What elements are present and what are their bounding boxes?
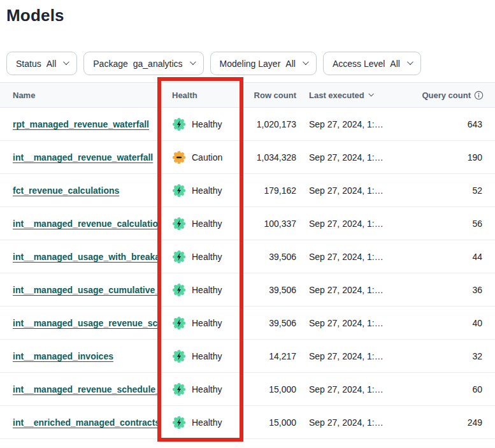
query-count-value: 36 <box>408 285 495 295</box>
column-header-query-count-label: Query count <box>422 90 471 100</box>
table-row: int__managed_revenue_waterfall Caution 1… <box>0 141 495 174</box>
health-status-icon <box>172 415 186 430</box>
row-count-value: 15,000 <box>242 417 296 428</box>
health-status-label: Healthy <box>192 417 222 428</box>
health-status-icon <box>172 316 186 330</box>
query-count-value: 56 <box>408 219 495 229</box>
query-count-value: 643 <box>408 119 495 129</box>
table-row: int__enriched_managed_contracts Healthy … <box>0 406 495 439</box>
query-count-value: 249 <box>408 417 495 428</box>
health-status-icon <box>172 349 186 363</box>
last-executed-value: Sep 27, 2024, 1:… <box>296 185 408 196</box>
filter-status[interactable]: Status All <box>6 52 77 75</box>
health-status-label: Healthy <box>192 219 222 229</box>
chevron-down-icon <box>407 59 413 65</box>
models-table: Name Health Row count Last executed Quer… <box>0 82 495 439</box>
model-link[interactable]: int__managed_revenue_schedule_… <box>13 384 157 394</box>
last-executed-value: Sep 27, 2024, 1:… <box>296 152 408 163</box>
last-executed-value: Sep 27, 2024, 1:… <box>296 119 408 129</box>
column-header-row-count: Row count <box>242 90 296 100</box>
filter-access-level-label: Access Level <box>333 59 385 69</box>
table-header-row: Name Health Row count Last executed Quer… <box>0 82 495 108</box>
health-status-label: Healthy <box>192 384 222 394</box>
table-row: int__managed_usage_cumulative_… Healthy … <box>0 273 495 307</box>
column-header-query-count: Query count <box>408 90 495 100</box>
last-executed-value: Sep 27, 2024, 1:… <box>296 351 408 361</box>
table-row: int__managed_revenue_schedule_… Healthy … <box>0 373 495 406</box>
last-executed-value: Sep 27, 2024, 1:… <box>296 318 408 328</box>
health-status-icon <box>172 184 186 198</box>
row-count-value: 1,020,173 <box>242 119 296 129</box>
query-count-value: 32 <box>408 351 495 361</box>
table-row: fct_revenue_calculations Healthy 179,162… <box>0 174 495 207</box>
column-header-last-executed[interactable]: Last executed <box>296 90 408 100</box>
health-status-label: Healthy <box>192 252 222 262</box>
model-link[interactable]: int__managed_usage_cumulative_… <box>13 285 157 295</box>
row-count-value: 15,000 <box>242 384 296 394</box>
row-count-value: 1,034,328 <box>242 152 296 163</box>
query-count-value: 44 <box>408 252 495 262</box>
last-executed-value: Sep 27, 2024, 1:… <box>296 384 408 394</box>
query-count-value: 40 <box>408 318 495 328</box>
filter-package-value: ga_analytics <box>133 59 183 69</box>
table-row: int__managed_usage_with_breaka… Healthy … <box>0 240 495 273</box>
filter-access-level[interactable]: Access Level All <box>323 52 421 75</box>
filter-package-label: Package <box>93 59 127 69</box>
filter-modeling-layer-label: Modeling Layer <box>220 59 281 69</box>
table-row: int__managed_invoices Healthy 14,217 Sep… <box>0 340 495 373</box>
model-link[interactable]: int__managed_usage_revenue_sc… <box>13 318 157 328</box>
model-link[interactable]: int__enriched_managed_contracts <box>13 417 157 428</box>
health-status-label: Healthy <box>192 285 222 295</box>
row-count-value: 179,162 <box>242 185 296 196</box>
row-count-value: 39,506 <box>242 318 296 328</box>
health-status-icon <box>172 150 186 164</box>
last-executed-value: Sep 27, 2024, 1:… <box>296 252 408 262</box>
query-count-value: 52 <box>408 185 495 196</box>
info-icon[interactable] <box>474 90 484 100</box>
health-status-label: Healthy <box>192 351 222 361</box>
filter-status-label: Status <box>16 59 41 69</box>
column-header-name: Name <box>0 90 157 100</box>
filter-modeling-layer[interactable]: Modeling Layer All <box>210 52 317 75</box>
query-count-value: 190 <box>408 152 495 163</box>
column-header-health: Health <box>157 90 242 100</box>
row-count-value: 14,217 <box>242 351 296 361</box>
chevron-down-icon <box>190 59 196 65</box>
last-executed-value: Sep 27, 2024, 1:… <box>296 219 408 229</box>
row-count-value: 100,337 <box>242 219 296 229</box>
filter-modeling-layer-value: All <box>285 59 296 69</box>
chevron-down-icon <box>63 59 69 65</box>
health-status-icon <box>172 283 186 297</box>
row-count-value: 39,506 <box>242 285 296 295</box>
filter-access-level-value: All <box>390 59 400 69</box>
health-status-icon <box>172 117 186 131</box>
filter-package[interactable]: Package ga_analytics <box>83 52 203 75</box>
model-link[interactable]: fct_revenue_calculations <box>13 185 119 196</box>
query-count-value: 60 <box>408 384 495 394</box>
last-executed-value: Sep 27, 2024, 1:… <box>296 417 408 428</box>
last-executed-value: Sep 27, 2024, 1:… <box>296 285 408 295</box>
table-row: int__managed_usage_revenue_sc… Healthy 3… <box>0 307 495 340</box>
filter-bar: Status All Package ga_analytics Modeling… <box>6 52 495 75</box>
health-status-label: Healthy <box>192 318 222 328</box>
health-status-label: Caution <box>192 152 222 163</box>
sort-chevron-icon <box>368 91 373 96</box>
model-link[interactable]: int__managed_usage_with_breaka… <box>13 252 157 262</box>
filter-status-value: All <box>47 59 57 69</box>
table-row: rpt_managed_revenue_waterfall Healthy 1,… <box>0 108 495 141</box>
health-status-label: Healthy <box>192 119 222 129</box>
health-status-icon <box>172 217 186 231</box>
page-title: Models <box>6 6 495 25</box>
table-row: int__managed_revenue_calculations Health… <box>0 207 495 240</box>
row-count-value: 39,506 <box>242 252 296 262</box>
column-header-last-executed-label: Last executed <box>309 90 364 100</box>
model-link[interactable]: rpt_managed_revenue_waterfall <box>13 119 149 129</box>
health-status-icon <box>172 382 186 396</box>
model-link[interactable]: int__managed_revenue_waterfall <box>13 152 153 163</box>
model-link[interactable]: int__managed_invoices <box>13 351 113 361</box>
health-status-icon <box>172 250 186 264</box>
model-link[interactable]: int__managed_revenue_calculations <box>13 219 157 229</box>
chevron-down-icon <box>303 59 309 65</box>
health-status-label: Healthy <box>192 185 222 196</box>
